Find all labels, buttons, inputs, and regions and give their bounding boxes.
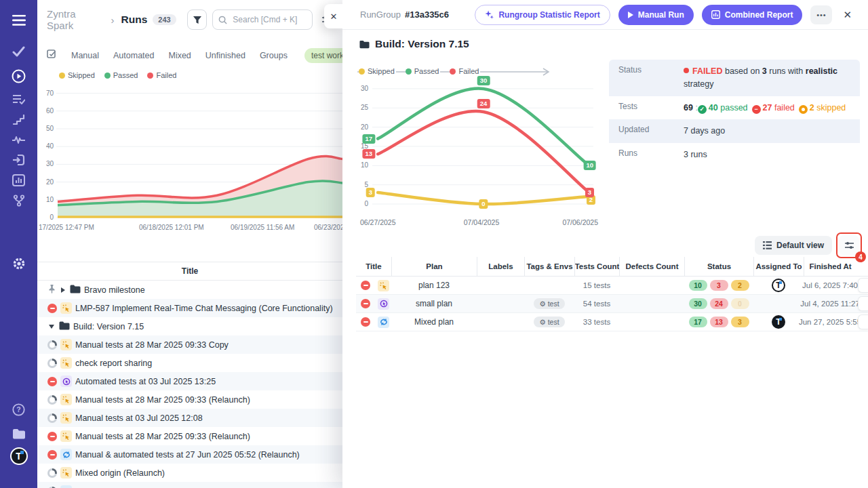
- tab-automated[interactable]: Automated: [113, 51, 154, 60]
- tag-pill: ⚙ test: [534, 298, 564, 309]
- y-tick-label: 25: [356, 104, 368, 111]
- info-text: 2: [810, 103, 814, 113]
- breadcrumb-project[interactable]: Zyntra Spark: [47, 8, 104, 31]
- branch-icon[interactable]: [0, 192, 37, 209]
- mixed-run-icon: [378, 317, 389, 328]
- menu-icon[interactable]: [0, 12, 37, 28]
- search-input[interactable]: [231, 14, 306, 25]
- run-list-item[interactable]: Manual tests at 28 Mar 2025 09:33 Copy: [37, 336, 342, 354]
- default-view-button[interactable]: Default view: [755, 236, 832, 255]
- tab-manual[interactable]: Manual: [71, 51, 99, 60]
- progress-status-icon: [47, 395, 57, 405]
- run-list-item[interactable]: [37, 482, 342, 488]
- cell-plan: plan 123: [391, 281, 477, 290]
- progress-status-icon: [47, 413, 57, 423]
- column-header-title[interactable]: Title: [356, 257, 391, 276]
- tab-unfinished[interactable]: Unfinished: [205, 51, 245, 60]
- steps-icon[interactable]: [0, 111, 37, 127]
- row-actions-button[interactable]: [858, 296, 868, 311]
- mixed-run-icon: [60, 485, 72, 488]
- assignee-avatar: T: [772, 279, 785, 292]
- import-icon[interactable]: [0, 152, 37, 168]
- legend-label: Skipped: [368, 67, 395, 75]
- column-header-tests-count[interactable]: Tests Count: [574, 257, 619, 276]
- info-label: Updated: [609, 119, 684, 143]
- caret-right-icon[interactable]: [61, 287, 65, 293]
- help-icon[interactable]: ?: [0, 401, 37, 418]
- info-text: runs with: [767, 66, 806, 76]
- view-bar: Default view 4: [755, 235, 859, 256]
- skipped-dot-icon: [59, 73, 65, 79]
- folder-icon: [359, 40, 370, 49]
- user-avatar[interactable]: T: [0, 448, 37, 464]
- filter-pill-test-work[interactable]: test work: [304, 48, 342, 63]
- tab-groups[interactable]: Groups: [260, 51, 288, 60]
- row-actions-button[interactable]: [858, 278, 868, 293]
- status-pill: 3: [710, 280, 728, 291]
- more-actions-button[interactable]: •••: [810, 5, 832, 24]
- tests-count: 15 tests: [583, 281, 610, 289]
- drawer-close-tab[interactable]: ✕: [324, 4, 343, 28]
- column-header-status[interactable]: Status: [684, 257, 753, 276]
- run-list-item[interactable]: Manual & automated tests at 27 Jun 2025 …: [37, 445, 342, 464]
- minus-circle-icon: −: [752, 105, 761, 114]
- runs-list: Bravo milestoneLMP-587 Implement Real-Ti…: [37, 281, 342, 488]
- y-tick-label: 60: [37, 107, 54, 115]
- play-icon: [628, 12, 633, 18]
- run-list-item[interactable]: Manual tests at 03 Jul 2025 12:08: [37, 409, 342, 427]
- list-view-icon: [763, 241, 772, 249]
- check-icon[interactable]: [0, 43, 37, 60]
- rungroup-statistic-report-button[interactable]: Rungroup Statistic Report: [475, 5, 610, 25]
- folder-icon[interactable]: [0, 426, 37, 442]
- view-settings-wrap: 4: [839, 235, 859, 256]
- cell-assigned-to: T: [753, 315, 804, 329]
- list-check-icon[interactable]: [0, 91, 37, 107]
- run-list-item[interactable]: Bravo milestone: [37, 281, 342, 299]
- drawer-close-button[interactable]: ✕: [843, 9, 852, 21]
- y-tick-label: 10: [356, 161, 368, 169]
- report-icon[interactable]: [0, 172, 37, 188]
- y-tick-label: 5: [356, 181, 368, 188]
- legend-item-passed: Passed: [104, 71, 138, 79]
- row-actions-button[interactable]: [858, 314, 868, 329]
- cell-tests-count: 15 tests: [574, 281, 619, 289]
- info-text: :: [693, 103, 698, 113]
- column-header-finished-at[interactable]: Finished At: [804, 257, 856, 276]
- info-text: strategy: [684, 79, 713, 89]
- run-list-item[interactable]: check report sharing: [37, 354, 342, 372]
- y-tick-label: 70: [37, 89, 54, 97]
- column-header-assigned-to[interactable]: Assigned To: [753, 257, 804, 276]
- manual-run-button[interactable]: Manual Run: [618, 5, 694, 25]
- sparkles-icon: [485, 10, 494, 19]
- info-text: 3: [762, 66, 767, 76]
- select-runs-icon[interactable]: [47, 49, 57, 62]
- point-label-failed: 3: [585, 188, 594, 197]
- cell-tests-count: 33 tests: [574, 318, 619, 326]
- tab-mixed[interactable]: Mixed: [168, 51, 191, 60]
- info-row-status: StatusFAILED based on 3 runs with realis…: [609, 60, 860, 96]
- combined-report-button[interactable]: Combined Report: [702, 5, 803, 25]
- table-row[interactable]: small plan⚙ test54 tests30240Jul 4, 2025…: [356, 295, 868, 313]
- tests-count: 33 tests: [583, 318, 610, 326]
- run-list-item[interactable]: LMP-587 Implement Real-Time Chat Messagi…: [37, 299, 342, 317]
- run-list-item[interactable]: Automated tests at 03 Jul 2025 13:25: [37, 372, 342, 390]
- gear-icon[interactable]: [0, 256, 37, 272]
- column-header-plan[interactable]: Plan: [391, 257, 477, 276]
- column-header-tags-envs[interactable]: Tags & Envs: [524, 257, 574, 276]
- progress-status-icon: [47, 340, 57, 350]
- column-header-defects-count[interactable]: Defects Count: [619, 257, 684, 276]
- pulse-icon[interactable]: [0, 131, 37, 148]
- run-list-item[interactable]: Manual tests at 28 Mar 2025 09:33 (Relau…: [37, 427, 342, 445]
- column-header-labels[interactable]: Labels: [477, 257, 524, 276]
- run-list-item[interactable]: Manual tests at 28 Mar 2025 09:33 (Relau…: [37, 390, 342, 409]
- table-row[interactable]: Mixed plan⚙ test33 tests17133TJun 27, 20…: [356, 313, 868, 331]
- run-list-item[interactable]: Build: Version 7.15: [37, 317, 342, 336]
- play-circle-icon[interactable]: [0, 68, 37, 84]
- filter-button[interactable]: [187, 9, 208, 30]
- legend-label: Failed: [458, 67, 479, 75]
- cell-finished-at: Jul 6, 2025 7:40: [804, 281, 856, 289]
- caret-down-icon[interactable]: [49, 325, 54, 329]
- table-row[interactable]: plan 12315 tests1032TJul 6, 2025 7:40: [356, 277, 868, 295]
- passed-dot-icon: [406, 68, 412, 75]
- run-list-item[interactable]: Mixed origin (Relaunch): [37, 464, 342, 482]
